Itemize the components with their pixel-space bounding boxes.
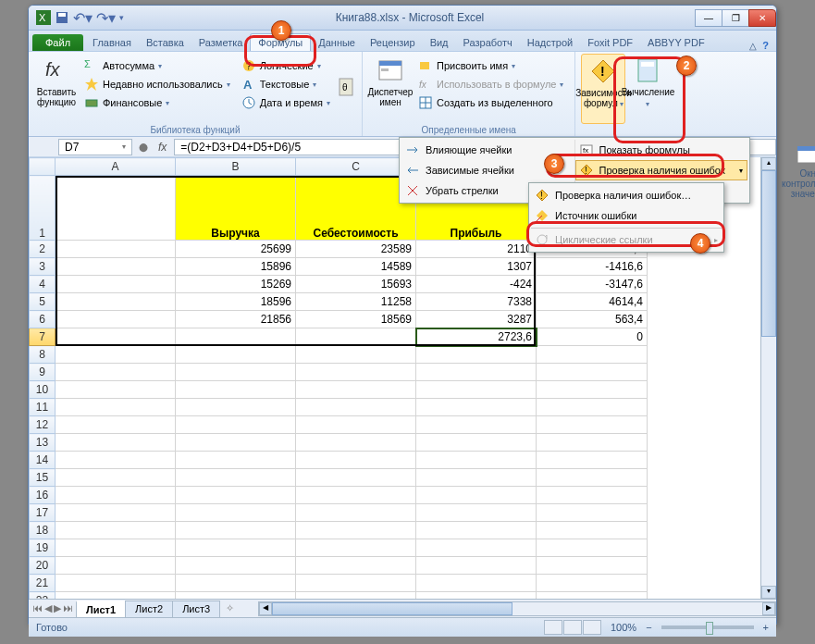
cell-E6[interactable]: 563,4: [537, 311, 648, 328]
cell-B12[interactable]: [176, 416, 296, 434]
cell-D13[interactable]: [416, 434, 537, 452]
tab-foxit pdf[interactable]: Foxit PDF: [580, 34, 640, 51]
cell-A6[interactable]: [56, 311, 176, 328]
view-buttons[interactable]: [544, 620, 601, 635]
horizontal-scrollbar[interactable]: ◀▶: [258, 601, 776, 616]
tab-abbyy pdf[interactable]: ABBYY PDF: [640, 34, 712, 51]
help-icon[interactable]: ?: [762, 40, 769, 51]
cell-C8[interactable]: [296, 346, 416, 364]
cell-B11[interactable]: [176, 399, 296, 416]
cell-A15[interactable]: [56, 469, 176, 487]
cell-C1[interactable]: Себестоимость: [296, 176, 416, 241]
cell-B21[interactable]: [176, 575, 296, 592]
cell-A16[interactable]: [56, 487, 176, 504]
row-header-12[interactable]: 12: [30, 416, 56, 434]
cell-B1[interactable]: Выручка: [176, 176, 296, 241]
recent-button[interactable]: Недавно использовались: [80, 76, 234, 93]
row-header-4[interactable]: 4: [30, 276, 56, 293]
cell-D10[interactable]: [416, 381, 537, 399]
cell-C17[interactable]: [296, 504, 416, 522]
cell-E18[interactable]: [537, 522, 648, 539]
cell-B14[interactable]: [176, 452, 296, 469]
cell-C20[interactable]: [296, 557, 416, 575]
cell-B19[interactable]: [176, 539, 296, 557]
col-header-C[interactable]: C: [296, 158, 416, 176]
datetime-button[interactable]: Дата и время: [238, 94, 334, 111]
cell-E12[interactable]: [537, 416, 648, 434]
row-header-10[interactable]: 10: [30, 381, 56, 399]
cell-E13[interactable]: [537, 434, 648, 452]
financial-button[interactable]: Финансовые: [80, 94, 234, 111]
cell-C14[interactable]: [296, 452, 416, 469]
row-header-13[interactable]: 13: [30, 434, 56, 452]
cell-D3[interactable]: 1307: [416, 258, 537, 276]
cell-C6[interactable]: 18569: [296, 311, 416, 328]
row-header-16[interactable]: 16: [30, 487, 56, 504]
cell-C4[interactable]: 15693: [296, 276, 416, 293]
cell-B6[interactable]: 21856: [176, 311, 296, 328]
redo-icon[interactable]: ↷▾: [96, 9, 116, 27]
cell-C19[interactable]: [296, 539, 416, 557]
cell-D4[interactable]: -424: [416, 276, 537, 293]
cell-D14[interactable]: [416, 452, 537, 469]
cell-A2[interactable]: [56, 241, 176, 258]
cell-C7[interactable]: [296, 328, 416, 346]
cell-E19[interactable]: [537, 539, 648, 557]
zoom-in-icon[interactable]: +: [763, 622, 769, 633]
cell-E4[interactable]: -3147,6: [537, 276, 648, 293]
cell-A22[interactable]: [56, 592, 176, 600]
file-tab[interactable]: Файл: [32, 34, 83, 51]
cell-C15[interactable]: [296, 469, 416, 487]
cell-B10[interactable]: [176, 381, 296, 399]
row-header-19[interactable]: 19: [30, 539, 56, 557]
cell-B20[interactable]: [176, 557, 296, 575]
row-header-18[interactable]: 18: [30, 522, 56, 539]
row-header-1[interactable]: 1: [30, 176, 56, 241]
row-header-8[interactable]: 8: [30, 346, 56, 364]
row-header-17[interactable]: 17: [30, 504, 56, 522]
row-header-6[interactable]: 6: [30, 311, 56, 328]
cell-D8[interactable]: [416, 346, 537, 364]
vertical-scrollbar[interactable]: ▴ ▾: [760, 157, 776, 599]
row-header-22[interactable]: 22: [30, 592, 56, 600]
check-errors-item[interactable]: !Проверка наличия ошибок…: [531, 185, 722, 205]
cell-B16[interactable]: [176, 487, 296, 504]
sheet-nav-buttons[interactable]: ⏮◀▶⏭: [29, 602, 77, 614]
tab-вид[interactable]: Вид: [423, 34, 456, 51]
cell-D6[interactable]: 3287: [416, 311, 537, 328]
row-header-5[interactable]: 5: [30, 293, 56, 311]
cell-C21[interactable]: [296, 575, 416, 592]
cell-B3[interactable]: 15896: [176, 258, 296, 276]
cell-C5[interactable]: 11258: [296, 293, 416, 311]
tab-данные[interactable]: Данные: [311, 34, 363, 51]
namebox-expand-icon[interactable]: ⬤: [136, 142, 151, 152]
cell-A9[interactable]: [56, 364, 176, 381]
cell-B18[interactable]: [176, 522, 296, 539]
cell-C3[interactable]: 14589: [296, 258, 416, 276]
formula-auditing-button[interactable]: ! Зависимости формул: [581, 54, 625, 124]
col-header-A[interactable]: A: [56, 158, 176, 176]
cell-D20[interactable]: [416, 557, 537, 575]
row-header-14[interactable]: 14: [30, 452, 56, 469]
row-header-3[interactable]: 3: [30, 258, 56, 276]
cell-E15[interactable]: [537, 469, 648, 487]
minimize-button[interactable]: —: [695, 9, 722, 27]
cell-C12[interactable]: [296, 416, 416, 434]
cell-A19[interactable]: [56, 539, 176, 557]
cell-A11[interactable]: [56, 399, 176, 416]
cell-A14[interactable]: [56, 452, 176, 469]
tab-вставка[interactable]: Вставка: [139, 34, 191, 51]
insert-function-button[interactable]: fx Вставить функцию: [34, 54, 79, 124]
cell-D11[interactable]: [416, 399, 537, 416]
col-header-B[interactable]: B: [176, 158, 296, 176]
cell-D19[interactable]: [416, 539, 537, 557]
cell-B2[interactable]: 25699: [176, 241, 296, 258]
zoom-out-icon[interactable]: −: [646, 622, 651, 633]
tab-рецензир[interactable]: Рецензир: [363, 34, 423, 51]
cell-E22[interactable]: [537, 592, 648, 600]
cell-E17[interactable]: [537, 504, 648, 522]
cell-B8[interactable]: [176, 346, 296, 364]
cell-C10[interactable]: [296, 381, 416, 399]
cell-D2[interactable]: 2110: [416, 241, 537, 258]
cell-D22[interactable]: [416, 592, 537, 600]
